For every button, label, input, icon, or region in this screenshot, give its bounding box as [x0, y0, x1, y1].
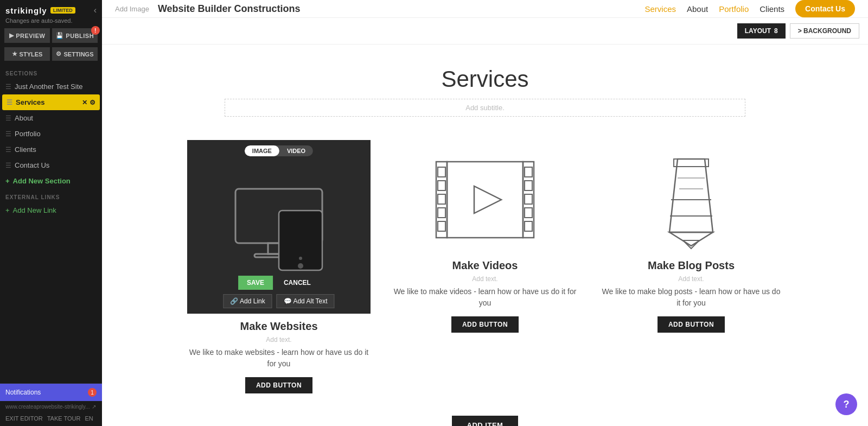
add-image-button[interactable]: Add Image — [115, 5, 149, 13]
section-heading[interactable]: Services — [113, 66, 857, 92]
sidebar-item-just-another[interactable]: ☰ Just Another Test Site — [0, 79, 102, 94]
sidebar-item-portfolio[interactable]: ☰ Portfolio — [0, 126, 102, 142]
notifications-bar[interactable]: Notifications 1 — [0, 384, 102, 401]
svg-rect-10 — [438, 208, 445, 218]
video-icon — [431, 151, 539, 249]
card-title-websites[interactable]: Make Websites — [187, 320, 371, 333]
section-subtitle[interactable]: Add subtitle. — [225, 99, 745, 117]
settings-icon: ⚙ — [56, 50, 61, 58]
add-button-websites[interactable]: ADD BUTTON — [245, 377, 312, 393]
layout-count: 8 — [774, 27, 778, 35]
sidebar-header: strikingly LIMITED ‹ — [0, 0, 102, 15]
external-link-icon[interactable]: ↗ — [92, 404, 96, 410]
pencil-icon — [637, 145, 745, 254]
card-title-videos[interactable]: Make Videos — [393, 259, 577, 272]
drag-handle-icon: ☰ — [5, 115, 11, 122]
sidebar-item-contact-us[interactable]: ☰ Contact Us — [0, 157, 102, 173]
settings-label: SETTINGS — [63, 51, 93, 58]
sidebar-secondary-actions: ★ STYLES ⚙ SETTINGS — [0, 47, 102, 67]
add-item-button[interactable]: ADD ITEM — [452, 416, 519, 426]
background-label: > BACKGROUND — [798, 27, 851, 35]
drag-handle-icon: ☰ — [5, 146, 11, 154]
svg-rect-15 — [525, 167, 532, 177]
image-video-toggle[interactable]: IMAGE VIDEO — [245, 145, 313, 156]
sidebar-item-label: Just Another Test Site — [15, 82, 83, 91]
svg-rect-23 — [674, 159, 709, 167]
sidebar-item-clients[interactable]: ☰ Clients — [0, 142, 102, 157]
drag-handle-icon: ☰ — [7, 99, 12, 106]
add-alt-text-button[interactable]: 💬 Add Alt Text — [277, 294, 335, 308]
card-image-area-websites[interactable]: IMAGE VIDEO — [187, 140, 371, 314]
add-button-videos[interactable]: ADD BUTTON — [451, 316, 519, 333]
svg-rect-17 — [525, 194, 532, 204]
card-description-blog[interactable]: We like to make blog posts - learn how o… — [599, 286, 783, 309]
add-new-section-button[interactable]: + Add New Section — [0, 173, 102, 189]
plus-icon: + — [5, 206, 10, 214]
sidebar-item-about[interactable]: ☰ About — [0, 110, 102, 126]
sidebar-item-label: Services — [16, 98, 45, 106]
drag-handle-icon: ☰ — [5, 130, 11, 138]
card-add-text-videos[interactable]: Add text. — [393, 275, 577, 283]
external-links-heading: EXTERNAL LINKS — [0, 189, 102, 202]
sidebar-item-label: About — [15, 114, 33, 122]
url-text: www.createaprowebsite-strikingly... — [5, 404, 90, 410]
styles-button[interactable]: ★ STYLES — [4, 47, 50, 61]
main-content: Add Image Website Builder Constructions … — [102, 0, 868, 426]
layout-button[interactable]: LAYOUT 8 — [737, 23, 786, 39]
add-link-button[interactable]: 🔗 Add Link — [223, 294, 272, 308]
nav-clients[interactable]: Clients — [760, 4, 784, 14]
publish-button[interactable]: 💾 PUBLISH ! — [52, 28, 98, 43]
image-toggle-option[interactable]: IMAGE — [245, 145, 279, 156]
save-icon: 💾 — [56, 32, 64, 39]
help-button[interactable]: ? — [835, 393, 857, 415]
svg-point-4 — [298, 263, 303, 269]
publish-badge: ! — [91, 26, 100, 35]
video-toggle-option[interactable]: VIDEO — [279, 145, 313, 156]
services-section: Services Add subtitle. IMAGE VIDEO — [102, 44, 868, 426]
card-add-text-blog[interactable]: Add text. — [599, 275, 783, 283]
service-card-make-blog-posts: Make Blog Posts Add text. We like to mak… — [593, 134, 789, 339]
card-description-videos[interactable]: We like to make videos - learn how or ha… — [393, 286, 577, 309]
nav-about[interactable]: About — [687, 4, 708, 14]
publish-label: PUBLISH — [66, 33, 94, 39]
svg-marker-13 — [474, 186, 501, 213]
card-add-text-websites[interactable]: Add text. — [187, 336, 371, 344]
plus-icon: + — [5, 177, 10, 185]
preview-button[interactable]: ▶ PREVIEW — [4, 28, 50, 43]
collapse-sidebar-button[interactable]: ‹ — [94, 5, 97, 15]
settings-button[interactable]: ⚙ SETTINGS — [52, 47, 98, 61]
svg-point-5 — [299, 257, 302, 260]
cancel-button[interactable]: CANCEL — [275, 276, 320, 290]
save-cancel-area: SAVE CANCEL — [238, 276, 320, 290]
items-grid: IMAGE VIDEO — [113, 134, 857, 399]
sidebar-item-services[interactable]: ☰ Services ✕ ⚙ — [2, 94, 100, 110]
svg-marker-21 — [669, 232, 713, 246]
sidebar: strikingly LIMITED ‹ Changes are auto-sa… — [0, 0, 102, 426]
take-tour-button[interactable]: TAKE TOUR — [47, 415, 81, 422]
card-title-blog[interactable]: Make Blog Posts — [599, 259, 783, 272]
add-button-blog[interactable]: ADD BUTTON — [658, 316, 725, 333]
alt-text-icon: 💬 — [284, 297, 292, 305]
contact-us-nav-button[interactable]: Contact Us — [795, 0, 855, 17]
preview-label: PREVIEW — [16, 33, 45, 39]
svg-rect-12 — [447, 162, 523, 238]
limited-badge: LIMITED — [50, 7, 75, 14]
delete-section-icon[interactable]: ✕ — [82, 99, 87, 106]
pencil-icon-area — [599, 140, 783, 259]
svg-rect-8 — [438, 181, 445, 190]
settings-section-icon[interactable]: ⚙ — [90, 99, 95, 106]
svg-rect-7 — [438, 167, 445, 177]
add-alt-text-label: Add Alt Text — [293, 297, 327, 305]
add-new-link-button[interactable]: + Add New Link — [0, 202, 102, 218]
background-button[interactable]: > BACKGROUND — [790, 23, 859, 39]
card-description-websites[interactable]: We like to make websites - learn how or … — [187, 347, 371, 370]
save-button[interactable]: SAVE — [238, 276, 273, 290]
top-bar: Add Image Website Builder Constructions … — [102, 0, 868, 18]
link-icon: 🔗 — [230, 297, 238, 305]
language-selector[interactable]: EN — [85, 415, 93, 422]
nav-portfolio[interactable]: Portfolio — [719, 4, 749, 14]
exit-editor-button[interactable]: EXIT EDITOR — [5, 415, 43, 422]
svg-rect-9 — [438, 194, 445, 204]
nav-services[interactable]: Services — [644, 4, 676, 14]
top-left: Add Image Website Builder Constructions — [115, 3, 301, 15]
